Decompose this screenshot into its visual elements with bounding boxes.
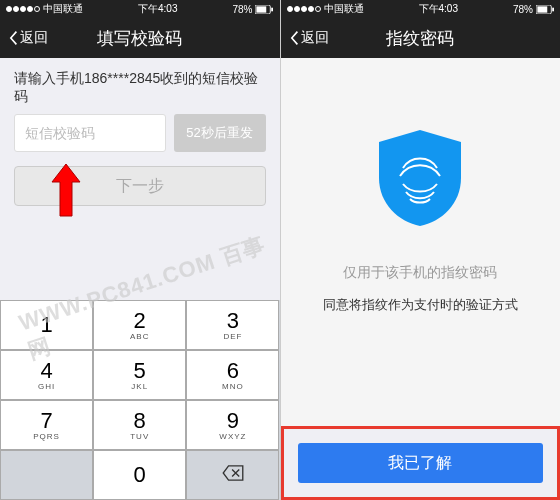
keypad-key-1[interactable]: 1 bbox=[0, 300, 93, 350]
phone-verify-code: 中国联通 下午4:03 78% 返回 填写校验码 请输入手机186****284… bbox=[0, 0, 281, 500]
key-digit: 0 bbox=[134, 464, 146, 486]
back-label: 返回 bbox=[301, 29, 329, 47]
key-digit: 3 bbox=[227, 310, 239, 332]
signal-icon bbox=[6, 6, 40, 12]
fingerprint-icon bbox=[375, 128, 465, 228]
code-input[interactable]: 短信校验码 bbox=[14, 114, 166, 152]
key-letters: JKL bbox=[131, 382, 148, 391]
svg-rect-5 bbox=[552, 7, 554, 11]
chevron-left-icon bbox=[289, 30, 301, 46]
fingerprint-content: 仅用于该手机的指纹密码 同意将指纹作为支付时的验证方式 bbox=[281, 58, 561, 426]
battery-icon bbox=[536, 5, 554, 14]
key-digit: 6 bbox=[227, 360, 239, 382]
carrier-label: 中国联通 bbox=[43, 2, 83, 16]
time-label: 下午4:03 bbox=[419, 2, 458, 16]
back-button[interactable]: 返回 bbox=[8, 29, 48, 47]
key-digit: 4 bbox=[40, 360, 52, 382]
keypad-key-2[interactable]: 2ABC bbox=[93, 300, 186, 350]
key-letters: ABC bbox=[130, 332, 149, 341]
page-title: 指纹密码 bbox=[386, 27, 454, 50]
key-letters: DEF bbox=[223, 332, 242, 341]
key-letters: GHI bbox=[38, 382, 55, 391]
back-button[interactable]: 返回 bbox=[289, 29, 329, 47]
confirm-button[interactable]: 我已了解 bbox=[298, 443, 544, 483]
carrier-label: 中国联通 bbox=[324, 2, 364, 16]
fp-desc-2: 同意将指纹作为支付时的验证方式 bbox=[323, 296, 518, 314]
key-digit: 2 bbox=[134, 310, 146, 332]
keypad-key-0[interactable]: 0 bbox=[93, 450, 186, 500]
key-letters: MNO bbox=[222, 382, 244, 391]
prompt-text: 请输入手机186****2845收到的短信校验码 bbox=[0, 58, 280, 114]
numeric-keypad: 12ABC3DEF4GHI5JKL6MNO7PQRS8TUV9WXYZ0 bbox=[0, 300, 280, 500]
key-letters: TUV bbox=[130, 432, 149, 441]
screenshot-pair: 中国联通 下午4:03 78% 返回 填写校验码 请输入手机186****284… bbox=[0, 0, 560, 500]
svg-rect-2 bbox=[272, 7, 274, 11]
navbar: 返回 指纹密码 bbox=[281, 18, 561, 58]
page-title: 填写校验码 bbox=[97, 27, 182, 50]
annotation-highlight: 我已了解 bbox=[281, 426, 561, 500]
navbar: 返回 填写校验码 bbox=[0, 18, 280, 58]
status-bar: 中国联通 下午4:03 78% bbox=[0, 0, 280, 18]
keypad-backspace[interactable] bbox=[186, 450, 279, 500]
chevron-left-icon bbox=[8, 30, 20, 46]
annotation-arrow-icon bbox=[48, 162, 84, 218]
battery-pct: 78% bbox=[232, 4, 252, 15]
signal-icon bbox=[287, 6, 321, 12]
keypad-key-7[interactable]: 7PQRS bbox=[0, 400, 93, 450]
key-digit: 8 bbox=[134, 410, 146, 432]
battery-pct: 78% bbox=[513, 4, 533, 15]
keypad-key-9[interactable]: 9WXYZ bbox=[186, 400, 279, 450]
keypad-key-6[interactable]: 6MNO bbox=[186, 350, 279, 400]
key-digit: 1 bbox=[40, 314, 52, 336]
key-digit: 7 bbox=[40, 410, 52, 432]
fp-desc-1: 仅用于该手机的指纹密码 bbox=[343, 264, 497, 282]
svg-rect-4 bbox=[537, 6, 547, 12]
keypad-blank bbox=[0, 450, 93, 500]
key-letters: PQRS bbox=[33, 432, 60, 441]
key-letters: WXYZ bbox=[219, 432, 246, 441]
battery-icon bbox=[255, 5, 273, 14]
keypad-key-8[interactable]: 8TUV bbox=[93, 400, 186, 450]
resend-button[interactable]: 52秒后重发 bbox=[174, 114, 266, 152]
svg-rect-1 bbox=[257, 6, 267, 12]
keypad-key-3[interactable]: 3DEF bbox=[186, 300, 279, 350]
status-bar: 中国联通 下午4:03 78% bbox=[281, 0, 561, 18]
keypad-key-4[interactable]: 4GHI bbox=[0, 350, 93, 400]
phone-fingerprint: 中国联通 下午4:03 78% 返回 指纹密码 bbox=[281, 0, 561, 500]
backspace-icon bbox=[222, 465, 244, 485]
key-digit: 5 bbox=[134, 360, 146, 382]
keypad-key-5[interactable]: 5JKL bbox=[93, 350, 186, 400]
key-digit: 9 bbox=[227, 410, 239, 432]
time-label: 下午4:03 bbox=[138, 2, 177, 16]
back-label: 返回 bbox=[20, 29, 48, 47]
